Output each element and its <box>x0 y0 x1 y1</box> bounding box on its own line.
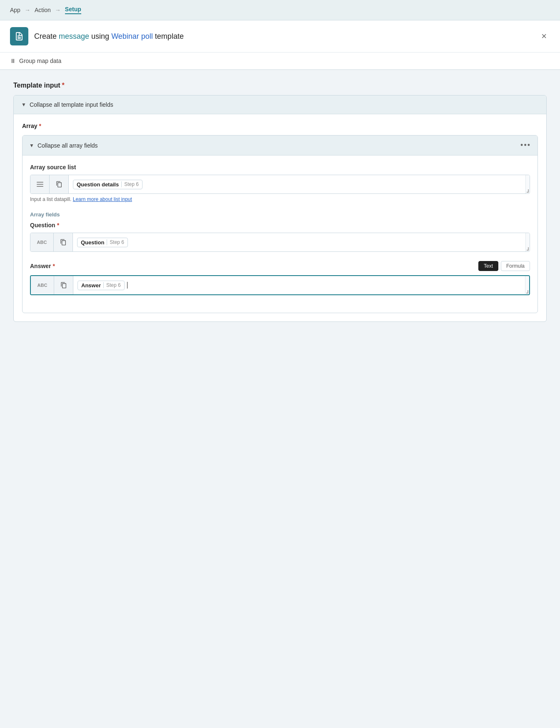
answer-toggle-group: Text Formula <box>478 261 530 271</box>
nav-arrow-1: → <box>25 7 30 13</box>
hint-link[interactable]: Learn more about list input <box>73 196 132 202</box>
resize-corner-answer <box>525 276 529 294</box>
copy-icon-question[interactable] <box>54 233 73 251</box>
question-pill: Question Step 6 <box>77 238 128 247</box>
source-list-pill: Question details Step 6 <box>73 180 142 189</box>
array-source-list-label: Array source list <box>30 164 530 171</box>
group-map-label: Group map data <box>19 58 61 64</box>
array-inner-content: Array source list <box>22 156 538 313</box>
title-middle: using <box>89 32 111 40</box>
resize-icon-answer <box>526 290 528 294</box>
nav-action[interactable]: Action <box>35 7 51 13</box>
top-nav: App → Action → Setup <box>0 0 560 20</box>
link-message[interactable]: message <box>59 32 89 40</box>
title-prefix: Create <box>34 32 59 40</box>
toggle-text-button[interactable]: Text <box>478 261 498 271</box>
answer-label-text: Answer <box>30 263 51 269</box>
array-title: Array * <box>22 123 538 129</box>
answer-field-group: Answer * Text Formula ABC <box>30 261 530 295</box>
array-section: Array * ▼ Collapse all array fields ••• <box>14 114 546 321</box>
required-star-answer: * <box>53 263 55 269</box>
answer-input[interactable]: ABC Answer Step 6 <box>30 275 530 295</box>
answer-input-wrapper: ABC Answer Step 6 <box>30 275 530 295</box>
three-dots-menu[interactable]: ••• <box>520 141 531 150</box>
collapse-all-array-label: Collapse all array fields <box>38 142 98 149</box>
header-icon <box>10 27 28 45</box>
page-header: Create message using Webinar poll templa… <box>0 20 560 53</box>
answer-pill-step: Step 6 <box>103 282 121 288</box>
question-pill-step: Step 6 <box>107 239 124 245</box>
array-source-list-input[interactable]: Question details Step 6 <box>30 175 530 194</box>
nav-setup[interactable]: Setup <box>65 6 81 14</box>
copy-icon-source[interactable] <box>50 175 69 193</box>
lines-icon <box>37 182 43 187</box>
array-inner-box: ▼ Collapse all array fields ••• Array so… <box>22 135 538 313</box>
array-collapse-left: ▼ Collapse all array fields <box>29 142 98 149</box>
nav-app[interactable]: App <box>10 7 20 13</box>
required-star-main: * <box>62 82 65 89</box>
group-map-icon: ⏸ <box>10 58 16 64</box>
answer-pill-name: Answer <box>81 282 101 289</box>
answer-field-label: Answer * <box>30 263 55 269</box>
resize-icon-question <box>527 247 529 251</box>
question-abc-label: ABC <box>30 233 54 251</box>
array-fields-label: Array fields <box>30 211 530 218</box>
collapse-all-template-header[interactable]: ▼ Collapse all template input fields <box>14 95 546 114</box>
question-input-main[interactable]: Question Step 6 <box>73 233 525 251</box>
collapse-arrow-array: ▼ <box>29 143 34 148</box>
required-star-question: * <box>57 222 59 228</box>
hint-text-source: Input a list datapill. Learn more about … <box>30 196 530 202</box>
source-pill-name: Question details <box>77 181 119 188</box>
question-input[interactable]: ABC Question Step 6 <box>30 233 530 252</box>
link-template[interactable]: Webinar poll <box>111 32 153 40</box>
question-pill-name: Question <box>81 239 104 246</box>
array-label-text: Array <box>22 123 38 129</box>
resize-corner-source <box>525 175 530 193</box>
toggle-formula-button[interactable]: Formula <box>501 261 530 271</box>
question-field-group: Question * ABC <box>30 222 530 252</box>
collapse-all-template-label: Collapse all template input fields <box>30 101 113 108</box>
section-title-text: Template input <box>13 82 60 89</box>
resize-icon-source <box>527 189 529 193</box>
header-left: Create message using Webinar poll templa… <box>10 27 184 45</box>
copy-svg-source <box>56 181 62 188</box>
title-suffix: template <box>153 32 184 40</box>
group-map-bar[interactable]: ⏸ Group map data <box>0 53 560 70</box>
template-input-container: ▼ Collapse all template input fields Arr… <box>13 95 547 322</box>
copy-svg-answer <box>60 282 67 289</box>
header-title: Create message using Webinar poll templa… <box>34 32 184 41</box>
hint-static-text: Input a list datapill. <box>30 196 73 202</box>
close-button[interactable]: × <box>538 29 550 43</box>
copy-icon-answer[interactable] <box>54 276 73 294</box>
copy-svg-question <box>60 239 67 246</box>
main-content: Template input * ▼ Collapse all template… <box>0 70 560 728</box>
answer-pill: Answer Step 6 <box>78 281 125 290</box>
text-cursor <box>127 282 128 289</box>
required-star-array: * <box>39 123 41 129</box>
document-icon <box>14 31 24 41</box>
resize-corner-question <box>525 233 530 251</box>
nav-arrow-2: → <box>55 7 61 13</box>
answer-abc-label: ABC <box>31 276 54 294</box>
drag-handle[interactable] <box>30 175 50 193</box>
array-collapse-header[interactable]: ▼ Collapse all array fields ••• <box>22 136 538 156</box>
answer-input-main[interactable]: Answer Step 6 <box>73 276 525 294</box>
collapse-arrow-template: ▼ <box>21 102 26 108</box>
source-pill-step: Step 6 <box>121 181 139 187</box>
question-label-text: Question <box>30 222 55 228</box>
template-input-title: Template input * <box>13 82 547 89</box>
array-source-list-group: Array source list <box>30 164 530 202</box>
source-list-input-main[interactable]: Question details Step 6 <box>69 175 525 193</box>
answer-label-row: Answer * Text Formula <box>30 261 530 271</box>
question-field-label: Question * <box>30 222 530 228</box>
